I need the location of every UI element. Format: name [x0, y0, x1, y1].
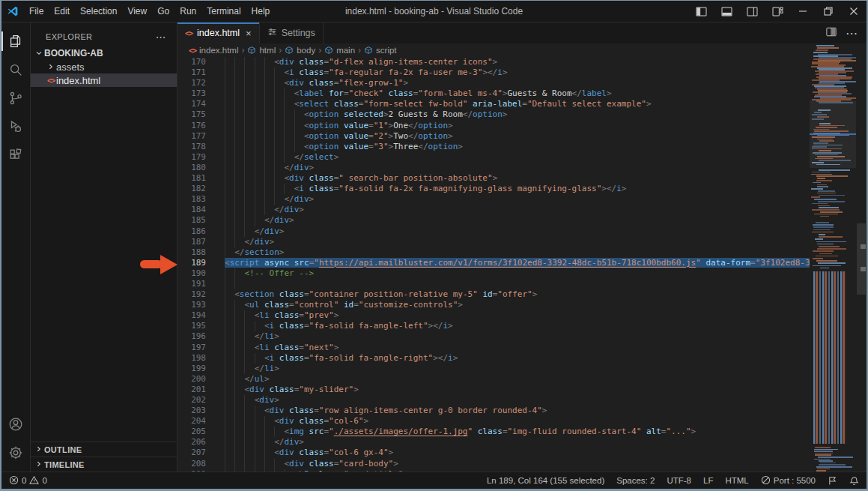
menu-file[interactable]: File	[24, 6, 49, 16]
tab-close-icon[interactable]: ×	[246, 28, 252, 39]
code-line-208[interactable]: 208<div class="card-body">	[177, 459, 810, 469]
tree-item-assets[interactable]: assets	[31, 60, 177, 73]
menu-run[interactable]: Run	[174, 6, 201, 16]
line-number: 194	[177, 310, 206, 321]
split-editor-icon[interactable]	[826, 26, 837, 40]
code-line-203[interactable]: 203<div class="row align-items-center g-…	[177, 406, 810, 416]
code-line-175[interactable]: 175<option selected>2 Guests & Room</opt…	[177, 109, 810, 120]
scrollbar[interactable]	[856, 43, 867, 472]
code-line-191[interactable]: 191	[177, 279, 810, 289]
code-line-206[interactable]: 206</div>	[177, 437, 810, 448]
tree-root-booking-ab[interactable]: BOOKING-AB	[31, 46, 177, 60]
line-number: 200	[177, 374, 206, 385]
eol-indicator[interactable]: LF	[703, 476, 713, 485]
symbol-cube-icon	[364, 46, 373, 55]
code-line-189[interactable]: 189<script async src="https://api.mailbl…	[177, 258, 810, 268]
code-line-199[interactable]: 199</li>	[177, 364, 810, 374]
settings-gear-icon[interactable]	[1, 439, 30, 467]
code-line-205[interactable]: 205<img src="./assets/images/offer-1.jpg…	[177, 427, 810, 437]
toggle-secondary-sidebar-icon[interactable]	[739, 1, 765, 22]
menu-go[interactable]: Go	[152, 6, 174, 16]
code-line-185[interactable]: 185</div>	[177, 215, 810, 226]
code-line-201[interactable]: 201<div class="my-slider">	[177, 385, 810, 395]
notifications-bell-icon[interactable]	[849, 476, 859, 486]
code-line-200[interactable]: 200</ul>	[177, 374, 810, 385]
more-actions-icon[interactable]: ⋯	[846, 26, 858, 40]
menu-help[interactable]: Help	[246, 6, 276, 16]
cursor-position[interactable]: Ln 189, Col 164 (155 selected)	[487, 476, 604, 485]
code-line-182[interactable]: 182<i class="fa-solid fa-2x fa-magnifyin…	[177, 184, 810, 194]
toggle-sidebar-icon[interactable]	[688, 1, 714, 22]
menu-edit[interactable]: Edit	[49, 6, 75, 16]
problems-errors[interactable]: 0	[9, 475, 26, 487]
toggle-panel-icon[interactable]	[714, 1, 739, 22]
code-line-176[interactable]: 176<option value="1">One</option>	[177, 121, 810, 131]
code-line-172[interactable]: 172<div class="flex-grow-1">	[177, 78, 810, 88]
code-line-183[interactable]: 183</div>	[177, 194, 810, 205]
code-line-177[interactable]: 177<option value="2">Two</option>	[177, 131, 810, 142]
code-line-209[interactable]: 209<h5 class="card-title">	[177, 469, 810, 472]
indentation-indicator[interactable]: Spaces: 2	[616, 476, 655, 485]
code-line-173[interactable]: 173<label for="check" class="form-label …	[177, 88, 810, 99]
explorer-icon[interactable]	[1, 27, 30, 55]
tab-index-html[interactable]: <> index.html ×	[177, 22, 260, 43]
menu-selection[interactable]: Selection	[75, 6, 122, 16]
code-line-196[interactable]: 196</li>	[177, 331, 810, 342]
run-debug-icon[interactable]	[1, 112, 30, 141]
menu-bar: FileEditSelectionViewGoRunTerminalHelp	[24, 6, 275, 16]
breadcrumb-item-main[interactable]: main	[324, 46, 355, 55]
code-line-184[interactable]: 184</div>	[177, 205, 810, 215]
code-line-180[interactable]: 180</div>	[177, 163, 810, 173]
explorer-more-actions-icon[interactable]: ⋯	[156, 31, 171, 43]
encoding-indicator[interactable]: UTF-8	[667, 476, 691, 485]
customize-layout-icon[interactable]	[765, 1, 790, 22]
code-line-174[interactable]: 174<select class="form-select fw-bold" a…	[177, 99, 810, 109]
account-icon[interactable]	[1, 410, 30, 439]
feedback-icon[interactable]	[828, 476, 837, 486]
code-line-202[interactable]: 202<div>	[177, 395, 810, 406]
menu-view[interactable]: View	[122, 6, 152, 16]
code-editor[interactable]: 170<div class="d-flex align-items-center…	[177, 57, 810, 472]
code-line-171[interactable]: 171<i class="fa-regular fa-2x fa-user me…	[177, 67, 810, 78]
breadcrumb-item-script[interactable]: script	[364, 46, 396, 55]
live-server-port[interactable]: Port : 5500	[761, 475, 816, 487]
code-line-178[interactable]: 178<option value="3">Three</option>	[177, 142, 810, 152]
code-line-207[interactable]: 207<div class="col-6 gx-4">	[177, 448, 810, 458]
tree-item-index-html[interactable]: <> index.html	[31, 73, 177, 87]
code-line-195[interactable]: 195<i class="fa-solid fa-angle-left"></i…	[177, 321, 810, 331]
section-timeline[interactable]: TIMELINE	[31, 457, 177, 472]
restore-icon[interactable]	[816, 1, 841, 22]
code-line-170[interactable]: 170<div class="d-flex align-items-center…	[177, 57, 810, 67]
code-line-179[interactable]: 179</select>	[177, 152, 810, 163]
breadcrumb-item-html[interactable]: html	[247, 46, 276, 55]
language-mode[interactable]: HTML	[725, 476, 748, 485]
code-line-197[interactable]: 197<li class="next">	[177, 343, 810, 353]
code-line-192[interactable]: 192<section class="container position-re…	[177, 289, 810, 300]
code-line-194[interactable]: 194<li class="prev">	[177, 310, 810, 321]
code-line-190[interactable]: 190<!-- Offer -->	[177, 268, 810, 279]
code-line-198[interactable]: 198<i class="fa-solid fa-angle-right"></…	[177, 353, 810, 364]
search-icon[interactable]	[1, 55, 30, 84]
section-outline[interactable]: OUTLINE	[31, 442, 177, 457]
extensions-icon[interactable]	[1, 141, 30, 169]
breadcrumb-item-body[interactable]: body	[285, 46, 315, 55]
line-number: 197	[177, 343, 206, 353]
code-line-186[interactable]: 186</div>	[177, 226, 810, 237]
code-line-204[interactable]: 204<div class="col-6">	[177, 416, 810, 427]
problems-warnings[interactable]: 0	[29, 475, 46, 487]
minimize-icon[interactable]	[790, 1, 816, 22]
symbol-cube-icon	[247, 46, 256, 55]
code-line-188[interactable]: 188</section>	[177, 247, 810, 258]
line-number: 176	[177, 121, 206, 131]
code-line-187[interactable]: 187</div>	[177, 237, 810, 247]
code-line-181[interactable]: 181<div class=" search-bar position-abso…	[177, 173, 810, 184]
breadcrumb-item-index.html[interactable]: <>index.html	[189, 46, 238, 55]
close-icon[interactable]	[841, 1, 867, 22]
source-control-icon[interactable]	[1, 84, 30, 112]
minimap[interactable]	[810, 43, 856, 472]
tab-settings[interactable]: Settings	[260, 22, 324, 43]
code-line-193[interactable]: 193<ul class="control" id="customize-con…	[177, 300, 810, 310]
menu-terminal[interactable]: Terminal	[201, 6, 246, 16]
line-number: 209	[177, 469, 206, 472]
tab-label: index.html	[197, 28, 240, 38]
